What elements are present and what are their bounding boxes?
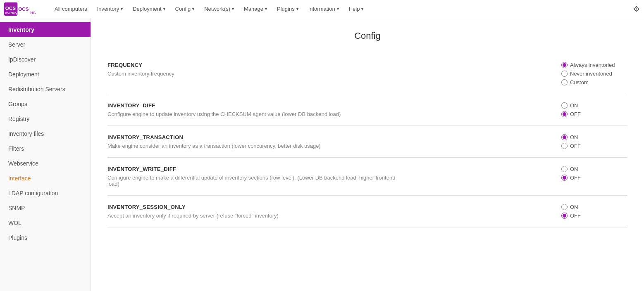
radio-option-inventory_transaction-on[interactable]: ON — [561, 134, 578, 140]
radio-option-frequency-custom[interactable]: Custom — [561, 79, 589, 85]
radio-label-inventory_transaction-on: ON — [570, 134, 578, 140]
radio-option-inventory_session_only-on[interactable]: ON — [561, 204, 578, 210]
radio-input-inventory_diff-on[interactable] — [561, 102, 568, 109]
config-left-inventory_transaction: INVENTORY_TRANSACTIONMake engine conside… — [107, 134, 397, 149]
sidebar-item-ipdiscover[interactable]: IpDiscover — [0, 52, 91, 67]
sidebar-item-server[interactable]: Server — [0, 37, 91, 52]
config-row-frequency: FREQUENCYCustom inventory frequencyAlway… — [107, 54, 627, 94]
radio-option-inventory_diff-on[interactable]: ON — [561, 102, 578, 109]
sidebar-item-groups[interactable]: Groups — [0, 97, 91, 111]
navbar: OCS inventory NG OCS All computersInvent… — [0, 0, 644, 18]
content-area: Config FREQUENCYCustom inventory frequen… — [91, 18, 644, 291]
config-label-inventory_transaction: INVENTORY_TRANSACTION — [107, 134, 397, 140]
radio-input-frequency-always[interactable] — [561, 62, 568, 68]
radio-option-inventory_session_only-off[interactable]: OFF — [561, 213, 581, 219]
radio-label-frequency-custom: Custom — [570, 79, 589, 85]
nav-item-information[interactable]: Information▾ — [303, 0, 344, 18]
config-row-inventory_transaction: INVENTORY_TRANSACTIONMake engine conside… — [107, 126, 627, 158]
sidebar: InventoryServerIpDiscoverDeploymentRedis… — [0, 18, 91, 291]
sidebar-item-filters[interactable]: Filters — [0, 141, 91, 156]
config-row-inventory_diff: INVENTORY_DIFFConfigure engine to update… — [107, 94, 627, 126]
radio-label-frequency-always: Always inventoried — [570, 62, 615, 68]
nav-item-deployment[interactable]: Deployment▾ — [128, 0, 170, 18]
config-right-inventory_transaction: ONOFF — [553, 134, 627, 149]
config-desc-inventory_write_diff: Configure engine to make a differential … — [107, 175, 397, 187]
config-label-inventory_write_diff: INVENTORY_WRITE_DIFF — [107, 166, 397, 172]
config-label-frequency: FREQUENCY — [107, 62, 397, 68]
caret-icon: ▾ — [121, 7, 123, 11]
sidebar-item-inventory[interactable]: Inventory — [0, 22, 91, 37]
radio-input-inventory_transaction-off[interactable] — [561, 143, 568, 149]
caret-icon: ▾ — [361, 7, 363, 11]
sidebar-item-deployment[interactable]: Deployment — [0, 67, 91, 82]
nav-item-plugins[interactable]: Plugins▾ — [272, 0, 303, 18]
settings-icon[interactable]: ⚙ — [633, 5, 640, 14]
sidebar-item-inventory-files[interactable]: Inventory files — [0, 126, 91, 141]
radio-label-inventory_transaction-off: OFF — [570, 143, 581, 149]
config-desc-inventory_transaction: Make engine consider an inventory as a t… — [107, 143, 397, 149]
brand-logo[interactable]: OCS inventory NG OCS — [4, 2, 41, 17]
config-desc-inventory_session_only: Accept an inventory only if required by … — [107, 213, 397, 219]
radio-option-frequency-always[interactable]: Always inventoried — [561, 62, 615, 68]
radio-label-inventory_session_only-on: ON — [570, 204, 578, 210]
radio-input-inventory_session_only-on[interactable] — [561, 204, 568, 210]
nav-item-inventory[interactable]: Inventory▾ — [92, 0, 128, 18]
radio-input-frequency-never[interactable] — [561, 71, 568, 77]
config-rows: FREQUENCYCustom inventory frequencyAlway… — [107, 54, 627, 227]
sidebar-item-wol[interactable]: WOL — [0, 215, 91, 230]
radio-input-frequency-custom[interactable] — [561, 79, 568, 85]
sidebar-item-ldap-configuration[interactable]: LDAP configuration — [0, 186, 91, 201]
config-desc-inventory_diff: Configure engine to update inventory usi… — [107, 111, 397, 117]
page-title: Config — [107, 31, 627, 41]
radio-label-inventory_session_only-off: OFF — [570, 213, 581, 219]
sidebar-item-interface[interactable]: Interface — [0, 171, 91, 186]
radio-label-inventory_write_diff-on: ON — [570, 166, 578, 172]
sidebar-item-redistribution-servers[interactable]: Redistribution Servers — [0, 82, 91, 97]
radio-input-inventory_diff-off[interactable] — [561, 111, 568, 117]
radio-input-inventory_transaction-on[interactable] — [561, 134, 568, 140]
radio-option-inventory_diff-off[interactable]: OFF — [561, 111, 581, 117]
svg-text:OCS: OCS — [18, 6, 29, 11]
config-left-frequency: FREQUENCYCustom inventory frequency — [107, 62, 397, 77]
radio-label-frequency-never: Never inventoried — [570, 71, 612, 77]
svg-text:OCS: OCS — [5, 5, 16, 10]
radio-option-inventory_transaction-off[interactable]: OFF — [561, 143, 581, 149]
config-left-inventory_session_only: INVENTORY_SESSION_ONLYAccept an inventor… — [107, 204, 397, 219]
caret-icon: ▾ — [337, 7, 339, 11]
caret-icon: ▾ — [163, 7, 165, 11]
config-right-inventory_diff: ONOFF — [553, 102, 627, 117]
nav-item-help[interactable]: Help▾ — [344, 0, 369, 18]
config-right-inventory_session_only: ONOFF — [553, 204, 627, 219]
radio-label-inventory_diff-off: OFF — [570, 111, 581, 117]
caret-icon: ▾ — [232, 7, 234, 11]
config-left-inventory_diff: INVENTORY_DIFFConfigure engine to update… — [107, 102, 397, 117]
sidebar-item-webservice[interactable]: Webservice — [0, 156, 91, 171]
config-row-inventory_session_only: INVENTORY_SESSION_ONLYAccept an inventor… — [107, 196, 627, 227]
caret-icon: ▾ — [296, 7, 298, 11]
nav-item-manage[interactable]: Manage▾ — [239, 0, 272, 18]
radio-option-inventory_write_diff-off[interactable]: OFF — [561, 175, 581, 181]
config-desc-frequency: Custom inventory frequency — [107, 71, 397, 77]
nav-item-all-computers[interactable]: All computers — [50, 0, 92, 18]
nav-menu: All computersInventory▾Deployment▾Config… — [50, 0, 633, 18]
nav-item-config[interactable]: Config▾ — [170, 0, 200, 18]
svg-text:NG: NG — [30, 10, 36, 14]
radio-option-inventory_write_diff-on[interactable]: ON — [561, 166, 578, 172]
config-label-inventory_session_only: INVENTORY_SESSION_ONLY — [107, 204, 397, 210]
radio-input-inventory_write_diff-on[interactable] — [561, 166, 568, 172]
config-label-inventory_diff: INVENTORY_DIFF — [107, 102, 397, 109]
main-container: InventoryServerIpDiscoverDeploymentRedis… — [0, 18, 644, 291]
sidebar-item-plugins[interactable]: Plugins — [0, 230, 91, 245]
radio-option-frequency-never[interactable]: Never inventoried — [561, 71, 612, 77]
config-right-frequency: Always inventoriedNever inventoriedCusto… — [553, 62, 627, 85]
radio-label-inventory_write_diff-off: OFF — [570, 175, 581, 181]
caret-icon: ▾ — [192, 7, 194, 11]
svg-text:inventory: inventory — [5, 11, 18, 14]
sidebar-item-registry[interactable]: Registry — [0, 111, 91, 126]
sidebar-item-snmp[interactable]: SNMP — [0, 201, 91, 215]
radio-input-inventory_session_only-off[interactable] — [561, 213, 568, 219]
radio-input-inventory_write_diff-off[interactable] — [561, 175, 568, 181]
caret-icon: ▾ — [265, 7, 267, 11]
config-right-inventory_write_diff: ONOFF — [553, 166, 627, 181]
nav-item-network(s)[interactable]: Network(s)▾ — [199, 0, 239, 18]
